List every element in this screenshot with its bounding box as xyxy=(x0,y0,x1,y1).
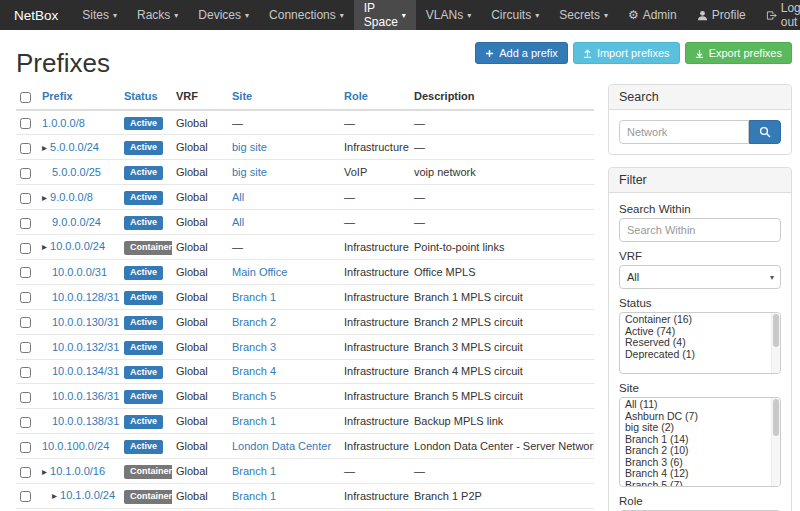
prefix-link[interactable]: 10.0.0.0/24 xyxy=(50,240,105,252)
nav-item-ip-space[interactable]: IP Space▾ xyxy=(354,0,416,30)
nav-item-vlans[interactable]: VLANs▾ xyxy=(416,0,481,30)
row-checkbox[interactable] xyxy=(20,442,31,453)
description-value: Office MPLS xyxy=(414,266,476,278)
site-link[interactable]: Branch 5 xyxy=(232,390,276,402)
search-button[interactable] xyxy=(749,120,781,144)
status-badge: Active xyxy=(124,191,163,205)
vrf-select[interactable]: All ▾ xyxy=(619,265,781,289)
listbox-option[interactable]: Deprecated (1) xyxy=(620,349,780,361)
select-all-checkbox[interactable] xyxy=(20,92,31,103)
site-link[interactable]: Main Office xyxy=(232,266,287,278)
nav-item-sites[interactable]: Sites▾ xyxy=(72,0,127,30)
listbox-option[interactable]: All (11) xyxy=(620,399,780,411)
prefix-link[interactable]: 10.0.0.136/31 xyxy=(52,390,119,402)
prefix-link[interactable]: 10.0.0.134/31 xyxy=(52,365,119,377)
site-link[interactable]: All xyxy=(232,216,244,228)
nav-item-secrets[interactable]: Secrets▾ xyxy=(549,0,618,30)
table-row: 10.0.0.128/31ActiveGlobalBranch 1Infrast… xyxy=(16,284,594,309)
search-within-input[interactable] xyxy=(619,218,781,242)
description-value: — xyxy=(414,216,425,228)
prefix-table: PrefixStatusVRFSiteRoleDescription 1.0.0… xyxy=(16,84,594,511)
row-checkbox[interactable] xyxy=(20,193,31,204)
row-checkbox[interactable] xyxy=(20,292,31,303)
site-link[interactable]: Branch 2 xyxy=(232,316,276,328)
table-row: ▸10.0.0.0/24ContainerGlobal—Infrastructu… xyxy=(16,235,594,260)
site-link[interactable]: big site xyxy=(232,166,267,178)
status-listbox[interactable]: Container (16)Active (74)Reserved (4)Dep… xyxy=(619,312,781,374)
listbox-option[interactable]: Branch 5 (7) xyxy=(620,480,780,488)
nav-item-label: IP Space xyxy=(364,1,398,29)
prefix-link[interactable]: 10.0.0.138/31 xyxy=(52,415,119,427)
prefix-link[interactable]: 5.0.0.0/24 xyxy=(50,141,99,153)
scrollbar-thumb[interactable] xyxy=(773,399,779,436)
site-link[interactable]: Branch 3 xyxy=(232,341,276,353)
column-header-prefix[interactable]: Prefix xyxy=(38,84,120,110)
site-link[interactable]: All xyxy=(232,191,244,203)
import-prefixes-button[interactable]: Import prefixes xyxy=(573,42,680,64)
row-checkbox[interactable] xyxy=(20,267,31,278)
nav-item-label: Log out xyxy=(781,1,800,29)
nav-item-devices[interactable]: Devices▾ xyxy=(188,0,259,30)
prefix-link[interactable]: 1.0.0.0/8 xyxy=(42,117,85,129)
listbox-option[interactable]: Branch 4 (12) xyxy=(620,468,780,480)
listbox-option[interactable]: Branch 1 (14) xyxy=(620,434,780,446)
nav-item-profile[interactable]: Profile xyxy=(687,0,756,30)
row-checkbox[interactable] xyxy=(20,317,31,328)
prefix-link[interactable]: 10.0.0.132/31 xyxy=(52,341,119,353)
nav-item-circuits[interactable]: Circuits▾ xyxy=(481,0,549,30)
search-input[interactable] xyxy=(619,120,749,144)
description-value: voip network xyxy=(414,166,476,178)
row-checkbox[interactable] xyxy=(20,491,31,502)
column-header-role[interactable]: Role xyxy=(340,84,410,110)
prefix-link[interactable]: 5.0.0.0/25 xyxy=(52,166,101,178)
scrollbar[interactable] xyxy=(771,313,780,373)
row-checkbox[interactable] xyxy=(20,392,31,403)
row-checkbox[interactable] xyxy=(20,367,31,378)
add-a-prefix-button[interactable]: Add a prefix xyxy=(475,42,568,64)
row-checkbox[interactable] xyxy=(20,168,31,179)
listbox-option[interactable]: big site (2) xyxy=(620,422,780,434)
column-header-site[interactable]: Site xyxy=(228,84,340,110)
listbox-option[interactable]: Branch 3 (6) xyxy=(620,457,780,469)
listbox-option[interactable]: Branch 2 (10) xyxy=(620,445,780,457)
prefix-link[interactable]: 10.1.0.0/24 xyxy=(60,489,115,501)
site-link[interactable]: Branch 1 xyxy=(232,490,276,502)
prefix-link[interactable]: 9.0.0.0/8 xyxy=(50,191,93,203)
site-link[interactable]: Branch 1 xyxy=(232,291,276,303)
prefix-link[interactable]: 10.0.100.0/24 xyxy=(42,440,109,452)
listbox-option[interactable]: Active (74) xyxy=(620,326,780,338)
scrollbar[interactable] xyxy=(771,398,780,486)
export-prefixes-button[interactable]: Export prefixes xyxy=(685,42,792,64)
row-checkbox[interactable] xyxy=(20,342,31,353)
scrollbar-thumb[interactable] xyxy=(773,314,779,347)
site-link[interactable]: big site xyxy=(232,141,267,153)
nav-item-admin[interactable]: ⚙Admin xyxy=(618,0,687,30)
filter-panel-title: Filter xyxy=(609,168,791,193)
row-checkbox[interactable] xyxy=(20,243,31,254)
column-header-status[interactable]: Status xyxy=(120,84,172,110)
brand[interactable]: NetBox xyxy=(0,0,72,30)
row-checkbox[interactable] xyxy=(20,143,31,154)
site-link[interactable]: Branch 1 xyxy=(232,465,276,477)
row-checkbox[interactable] xyxy=(20,218,31,229)
prefix-link[interactable]: 9.0.0.0/24 xyxy=(52,216,101,228)
site-link[interactable]: Branch 4 xyxy=(232,365,276,377)
site-link[interactable]: London Data Center xyxy=(232,440,331,452)
row-checkbox[interactable] xyxy=(20,118,31,129)
search-icon xyxy=(759,126,771,138)
listbox-option[interactable]: Reserved (4) xyxy=(620,337,780,349)
status-badge: Active xyxy=(124,166,163,180)
row-checkbox[interactable] xyxy=(20,467,31,478)
nav-item-racks[interactable]: Racks▾ xyxy=(127,0,188,30)
site-link[interactable]: Branch 1 xyxy=(232,415,276,427)
site-listbox[interactable]: All (11)Ashburn DC (7)big site (2)Branch… xyxy=(619,397,781,487)
prefix-link[interactable]: 10.0.0.128/31 xyxy=(52,291,119,303)
listbox-option[interactable]: Ashburn DC (7) xyxy=(620,411,780,423)
prefix-link[interactable]: 10.1.0.0/16 xyxy=(50,465,105,477)
row-checkbox[interactable] xyxy=(20,417,31,428)
prefix-link[interactable]: 10.0.0.130/31 xyxy=(52,316,119,328)
nav-item-log-out[interactable]: Log out xyxy=(756,0,800,30)
listbox-option[interactable]: Container (16) xyxy=(620,314,780,326)
nav-item-connections[interactable]: Connections▾ xyxy=(259,0,354,30)
prefix-link[interactable]: 10.0.0.0/31 xyxy=(52,266,107,278)
